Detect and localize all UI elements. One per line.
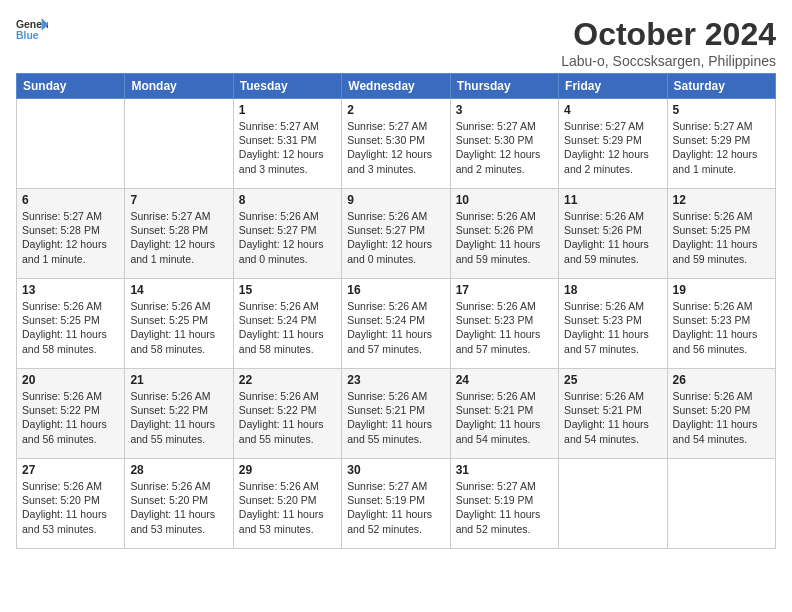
day-number: 7 [130, 193, 227, 207]
month-title: October 2024 [561, 16, 776, 53]
title-block: October 2024 Labu-o, Soccsksargen, Phili… [561, 16, 776, 69]
day-number: 2 [347, 103, 444, 117]
day-info: Sunrise: 5:26 AMSunset: 5:25 PMDaylight:… [22, 299, 119, 356]
day-info: Sunrise: 5:26 AMSunset: 5:27 PMDaylight:… [347, 209, 444, 266]
calendar-header-monday: Monday [125, 74, 233, 99]
day-number: 19 [673, 283, 770, 297]
calendar-cell: 2Sunrise: 5:27 AMSunset: 5:30 PMDaylight… [342, 99, 450, 189]
day-number: 6 [22, 193, 119, 207]
calendar-cell: 1Sunrise: 5:27 AMSunset: 5:31 PMDaylight… [233, 99, 341, 189]
day-info: Sunrise: 5:27 AMSunset: 5:30 PMDaylight:… [347, 119, 444, 176]
day-info: Sunrise: 5:27 AMSunset: 5:28 PMDaylight:… [22, 209, 119, 266]
calendar-cell [559, 459, 667, 549]
calendar-week-row: 1Sunrise: 5:27 AMSunset: 5:31 PMDaylight… [17, 99, 776, 189]
day-number: 14 [130, 283, 227, 297]
day-number: 21 [130, 373, 227, 387]
day-number: 4 [564, 103, 661, 117]
calendar-cell [667, 459, 775, 549]
day-number: 9 [347, 193, 444, 207]
calendar-week-row: 13Sunrise: 5:26 AMSunset: 5:25 PMDayligh… [17, 279, 776, 369]
day-number: 15 [239, 283, 336, 297]
day-number: 3 [456, 103, 553, 117]
day-number: 24 [456, 373, 553, 387]
calendar-cell: 20Sunrise: 5:26 AMSunset: 5:22 PMDayligh… [17, 369, 125, 459]
day-info: Sunrise: 5:27 AMSunset: 5:19 PMDaylight:… [347, 479, 444, 536]
calendar-cell [17, 99, 125, 189]
day-number: 26 [673, 373, 770, 387]
calendar-week-row: 27Sunrise: 5:26 AMSunset: 5:20 PMDayligh… [17, 459, 776, 549]
day-number: 23 [347, 373, 444, 387]
day-number: 28 [130, 463, 227, 477]
calendar-header-tuesday: Tuesday [233, 74, 341, 99]
calendar-cell: 29Sunrise: 5:26 AMSunset: 5:20 PMDayligh… [233, 459, 341, 549]
calendar-header-friday: Friday [559, 74, 667, 99]
calendar-cell: 24Sunrise: 5:26 AMSunset: 5:21 PMDayligh… [450, 369, 558, 459]
calendar-header-wednesday: Wednesday [342, 74, 450, 99]
day-number: 29 [239, 463, 336, 477]
calendar-cell: 17Sunrise: 5:26 AMSunset: 5:23 PMDayligh… [450, 279, 558, 369]
day-info: Sunrise: 5:26 AMSunset: 5:22 PMDaylight:… [239, 389, 336, 446]
day-info: Sunrise: 5:26 AMSunset: 5:24 PMDaylight:… [347, 299, 444, 356]
day-info: Sunrise: 5:27 AMSunset: 5:28 PMDaylight:… [130, 209, 227, 266]
day-number: 22 [239, 373, 336, 387]
day-info: Sunrise: 5:26 AMSunset: 5:26 PMDaylight:… [456, 209, 553, 266]
calendar-header-thursday: Thursday [450, 74, 558, 99]
calendar-table: SundayMondayTuesdayWednesdayThursdayFrid… [16, 73, 776, 549]
day-number: 5 [673, 103, 770, 117]
day-info: Sunrise: 5:26 AMSunset: 5:27 PMDaylight:… [239, 209, 336, 266]
calendar-cell: 13Sunrise: 5:26 AMSunset: 5:25 PMDayligh… [17, 279, 125, 369]
day-number: 31 [456, 463, 553, 477]
calendar-cell: 26Sunrise: 5:26 AMSunset: 5:20 PMDayligh… [667, 369, 775, 459]
day-number: 1 [239, 103, 336, 117]
calendar-cell: 30Sunrise: 5:27 AMSunset: 5:19 PMDayligh… [342, 459, 450, 549]
day-info: Sunrise: 5:26 AMSunset: 5:20 PMDaylight:… [130, 479, 227, 536]
logo: General Blue [16, 16, 48, 44]
calendar-cell: 28Sunrise: 5:26 AMSunset: 5:20 PMDayligh… [125, 459, 233, 549]
day-number: 13 [22, 283, 119, 297]
location-subtitle: Labu-o, Soccsksargen, Philippines [561, 53, 776, 69]
calendar-cell: 16Sunrise: 5:26 AMSunset: 5:24 PMDayligh… [342, 279, 450, 369]
calendar-cell: 19Sunrise: 5:26 AMSunset: 5:23 PMDayligh… [667, 279, 775, 369]
calendar-cell: 10Sunrise: 5:26 AMSunset: 5:26 PMDayligh… [450, 189, 558, 279]
day-info: Sunrise: 5:26 AMSunset: 5:21 PMDaylight:… [347, 389, 444, 446]
calendar-cell: 6Sunrise: 5:27 AMSunset: 5:28 PMDaylight… [17, 189, 125, 279]
day-info: Sunrise: 5:26 AMSunset: 5:23 PMDaylight:… [564, 299, 661, 356]
calendar-cell: 5Sunrise: 5:27 AMSunset: 5:29 PMDaylight… [667, 99, 775, 189]
day-number: 20 [22, 373, 119, 387]
day-number: 12 [673, 193, 770, 207]
day-number: 11 [564, 193, 661, 207]
day-number: 10 [456, 193, 553, 207]
calendar-cell: 15Sunrise: 5:26 AMSunset: 5:24 PMDayligh… [233, 279, 341, 369]
day-info: Sunrise: 5:26 AMSunset: 5:26 PMDaylight:… [564, 209, 661, 266]
day-number: 8 [239, 193, 336, 207]
calendar-cell: 4Sunrise: 5:27 AMSunset: 5:29 PMDaylight… [559, 99, 667, 189]
day-number: 30 [347, 463, 444, 477]
day-info: Sunrise: 5:26 AMSunset: 5:21 PMDaylight:… [564, 389, 661, 446]
calendar-cell: 7Sunrise: 5:27 AMSunset: 5:28 PMDaylight… [125, 189, 233, 279]
calendar-cell: 21Sunrise: 5:26 AMSunset: 5:22 PMDayligh… [125, 369, 233, 459]
day-info: Sunrise: 5:26 AMSunset: 5:24 PMDaylight:… [239, 299, 336, 356]
calendar-cell: 9Sunrise: 5:26 AMSunset: 5:27 PMDaylight… [342, 189, 450, 279]
logo-icon: General Blue [16, 16, 48, 44]
day-info: Sunrise: 5:26 AMSunset: 5:20 PMDaylight:… [673, 389, 770, 446]
day-number: 27 [22, 463, 119, 477]
calendar-cell: 3Sunrise: 5:27 AMSunset: 5:30 PMDaylight… [450, 99, 558, 189]
day-info: Sunrise: 5:26 AMSunset: 5:23 PMDaylight:… [673, 299, 770, 356]
calendar-cell: 18Sunrise: 5:26 AMSunset: 5:23 PMDayligh… [559, 279, 667, 369]
calendar-cell: 27Sunrise: 5:26 AMSunset: 5:20 PMDayligh… [17, 459, 125, 549]
day-info: Sunrise: 5:27 AMSunset: 5:29 PMDaylight:… [673, 119, 770, 176]
day-info: Sunrise: 5:26 AMSunset: 5:20 PMDaylight:… [239, 479, 336, 536]
calendar-cell [125, 99, 233, 189]
calendar-week-row: 6Sunrise: 5:27 AMSunset: 5:28 PMDaylight… [17, 189, 776, 279]
day-info: Sunrise: 5:27 AMSunset: 5:19 PMDaylight:… [456, 479, 553, 536]
day-info: Sunrise: 5:27 AMSunset: 5:31 PMDaylight:… [239, 119, 336, 176]
calendar-week-row: 20Sunrise: 5:26 AMSunset: 5:22 PMDayligh… [17, 369, 776, 459]
day-number: 25 [564, 373, 661, 387]
calendar-cell: 31Sunrise: 5:27 AMSunset: 5:19 PMDayligh… [450, 459, 558, 549]
calendar-cell: 8Sunrise: 5:26 AMSunset: 5:27 PMDaylight… [233, 189, 341, 279]
page-header: General Blue October 2024 Labu-o, Soccsk… [16, 16, 776, 69]
day-info: Sunrise: 5:26 AMSunset: 5:22 PMDaylight:… [22, 389, 119, 446]
day-info: Sunrise: 5:27 AMSunset: 5:30 PMDaylight:… [456, 119, 553, 176]
day-info: Sunrise: 5:26 AMSunset: 5:25 PMDaylight:… [130, 299, 227, 356]
day-info: Sunrise: 5:26 AMSunset: 5:22 PMDaylight:… [130, 389, 227, 446]
